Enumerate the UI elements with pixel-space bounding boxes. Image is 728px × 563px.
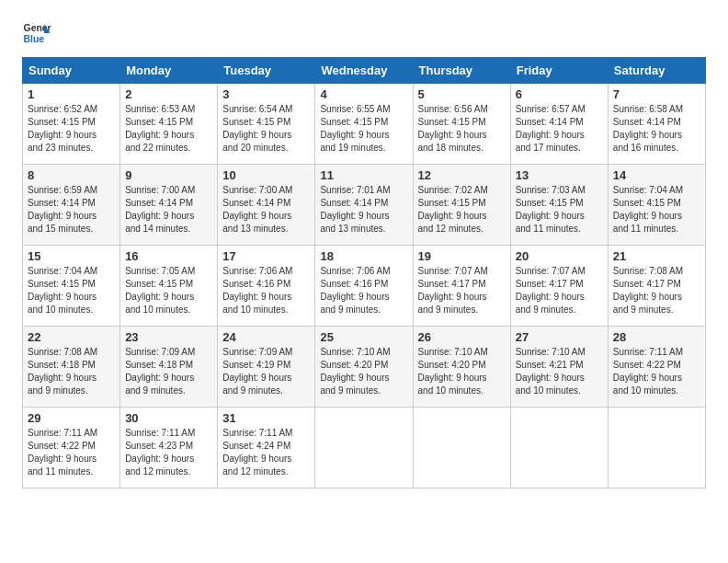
day-number: 15 [28,249,115,263]
day-cell: 14Sunrise: 7:04 AMSunset: 4:15 PMDayligh… [608,165,705,246]
day-cell: 18Sunrise: 7:06 AMSunset: 4:16 PMDayligh… [315,246,413,327]
day-number: 4 [320,87,407,101]
day-number: 18 [320,249,407,263]
day-number: 23 [125,330,212,344]
day-cell: 9Sunrise: 7:00 AMSunset: 4:14 PMDaylight… [120,165,218,246]
day-cell: 1Sunrise: 6:52 AMSunset: 4:15 PMDaylight… [23,84,120,165]
day-info: Sunrise: 7:09 AMSunset: 4:19 PMDaylight:… [222,346,310,397]
day-info: Sunrise: 7:08 AMSunset: 4:18 PMDaylight:… [28,346,115,397]
day-cell: 24Sunrise: 7:09 AMSunset: 4:19 PMDayligh… [218,327,315,408]
day-info: Sunrise: 7:10 AMSunset: 4:21 PMDaylight:… [516,346,603,397]
day-cell: 17Sunrise: 7:06 AMSunset: 4:16 PMDayligh… [218,246,315,327]
day-cell: 21Sunrise: 7:08 AMSunset: 4:17 PMDayligh… [608,246,705,327]
day-info: Sunrise: 6:57 AMSunset: 4:14 PMDaylight:… [516,103,603,155]
day-info: Sunrise: 7:11 AMSunset: 4:22 PMDaylight:… [613,346,700,397]
day-info: Sunrise: 7:07 AMSunset: 4:17 PMDaylight:… [418,265,506,316]
day-info: Sunrise: 6:54 AMSunset: 4:15 PMDaylight:… [222,103,310,155]
day-cell [608,408,705,488]
column-header-saturday: Saturday [608,58,705,84]
logo: General Blue [22,18,51,48]
day-cell: 25Sunrise: 7:10 AMSunset: 4:20 PMDayligh… [315,327,413,408]
day-cell: 29Sunrise: 7:11 AMSunset: 4:22 PMDayligh… [23,408,120,488]
day-info: Sunrise: 7:11 AMSunset: 4:22 PMDaylight:… [28,427,115,478]
day-info: Sunrise: 7:01 AMSunset: 4:14 PMDaylight:… [320,184,407,236]
day-cell: 30Sunrise: 7:11 AMSunset: 4:23 PMDayligh… [120,408,218,488]
day-cell: 15Sunrise: 7:04 AMSunset: 4:15 PMDayligh… [23,246,120,327]
day-number: 31 [222,411,310,425]
day-cell [315,408,413,488]
day-number: 8 [28,168,115,182]
day-number: 14 [613,168,700,182]
day-info: Sunrise: 7:10 AMSunset: 4:20 PMDaylight:… [418,346,506,397]
column-header-friday: Friday [510,58,608,84]
day-cell: 23Sunrise: 7:09 AMSunset: 4:18 PMDayligh… [120,327,218,408]
day-info: Sunrise: 7:08 AMSunset: 4:17 PMDaylight:… [613,265,700,316]
day-info: Sunrise: 7:00 AMSunset: 4:14 PMDaylight:… [125,184,212,236]
day-info: Sunrise: 7:04 AMSunset: 4:15 PMDaylight:… [28,265,115,316]
day-number: 13 [516,168,603,182]
column-header-monday: Monday [120,58,218,84]
day-number: 24 [222,330,310,344]
week-row-5: 29Sunrise: 7:11 AMSunset: 4:22 PMDayligh… [23,408,706,488]
day-number: 16 [125,249,212,263]
day-cell: 7Sunrise: 6:58 AMSunset: 4:14 PMDaylight… [608,84,705,165]
week-row-2: 8Sunrise: 6:59 AMSunset: 4:14 PMDaylight… [23,165,706,246]
day-cell: 5Sunrise: 6:56 AMSunset: 4:15 PMDaylight… [413,84,510,165]
column-header-sunday: Sunday [23,58,120,84]
week-row-3: 15Sunrise: 7:04 AMSunset: 4:15 PMDayligh… [23,246,706,327]
day-info: Sunrise: 7:10 AMSunset: 4:20 PMDaylight:… [320,346,407,397]
day-info: Sunrise: 6:55 AMSunset: 4:15 PMDaylight:… [320,103,407,155]
day-cell: 31Sunrise: 7:11 AMSunset: 4:24 PMDayligh… [218,408,315,488]
day-number: 25 [320,330,407,344]
day-cell: 11Sunrise: 7:01 AMSunset: 4:14 PMDayligh… [315,165,413,246]
day-cell: 4Sunrise: 6:55 AMSunset: 4:15 PMDaylight… [315,84,413,165]
day-cell: 26Sunrise: 7:10 AMSunset: 4:20 PMDayligh… [413,327,510,408]
day-info: Sunrise: 7:11 AMSunset: 4:24 PMDaylight:… [222,427,310,478]
header: General Blue [22,18,706,48]
column-header-wednesday: Wednesday [315,58,413,84]
day-info: Sunrise: 7:06 AMSunset: 4:16 PMDaylight:… [320,265,407,316]
week-row-4: 22Sunrise: 7:08 AMSunset: 4:18 PMDayligh… [23,327,706,408]
day-number: 7 [613,87,700,101]
day-cell: 22Sunrise: 7:08 AMSunset: 4:18 PMDayligh… [23,327,120,408]
day-info: Sunrise: 7:06 AMSunset: 4:16 PMDaylight:… [222,265,310,316]
svg-text:Blue: Blue [24,34,45,44]
day-info: Sunrise: 7:11 AMSunset: 4:23 PMDaylight:… [125,427,212,478]
day-cell: 27Sunrise: 7:10 AMSunset: 4:21 PMDayligh… [510,327,608,408]
day-cell: 28Sunrise: 7:11 AMSunset: 4:22 PMDayligh… [608,327,705,408]
calendar: SundayMondayTuesdayWednesdayThursdayFrid… [22,57,706,488]
logo-icon: General Blue [22,18,51,48]
week-row-1: 1Sunrise: 6:52 AMSunset: 4:15 PMDaylight… [23,84,706,165]
day-info: Sunrise: 6:52 AMSunset: 4:15 PMDaylight:… [28,103,115,155]
day-cell: 3Sunrise: 6:54 AMSunset: 4:15 PMDaylight… [218,84,315,165]
column-header-thursday: Thursday [413,58,510,84]
day-cell: 16Sunrise: 7:05 AMSunset: 4:15 PMDayligh… [120,246,218,327]
day-info: Sunrise: 7:07 AMSunset: 4:17 PMDaylight:… [516,265,603,316]
day-number: 12 [418,168,506,182]
day-cell: 19Sunrise: 7:07 AMSunset: 4:17 PMDayligh… [413,246,510,327]
day-number: 22 [28,330,115,344]
day-info: Sunrise: 7:09 AMSunset: 4:18 PMDaylight:… [125,346,212,397]
day-number: 6 [516,87,603,101]
day-info: Sunrise: 7:02 AMSunset: 4:15 PMDaylight:… [418,184,506,236]
day-info: Sunrise: 7:04 AMSunset: 4:15 PMDaylight:… [613,184,700,236]
day-cell: 8Sunrise: 6:59 AMSunset: 4:14 PMDaylight… [23,165,120,246]
day-number: 28 [613,330,700,344]
day-number: 10 [222,168,310,182]
day-number: 3 [222,87,310,101]
day-cell: 6Sunrise: 6:57 AMSunset: 4:14 PMDaylight… [510,84,608,165]
day-info: Sunrise: 6:58 AMSunset: 4:14 PMDaylight:… [613,103,700,155]
day-info: Sunrise: 6:53 AMSunset: 4:15 PMDaylight:… [125,103,212,155]
day-cell: 13Sunrise: 7:03 AMSunset: 4:15 PMDayligh… [510,165,608,246]
day-number: 17 [222,249,310,263]
column-header-tuesday: Tuesday [218,58,315,84]
day-number: 26 [418,330,506,344]
day-info: Sunrise: 6:59 AMSunset: 4:14 PMDaylight:… [28,184,115,236]
day-cell: 12Sunrise: 7:02 AMSunset: 4:15 PMDayligh… [413,165,510,246]
day-cell [413,408,510,488]
day-number: 2 [125,87,212,101]
day-number: 30 [125,411,212,425]
day-number: 9 [125,168,212,182]
day-info: Sunrise: 7:05 AMSunset: 4:15 PMDaylight:… [125,265,212,316]
day-number: 29 [28,411,115,425]
